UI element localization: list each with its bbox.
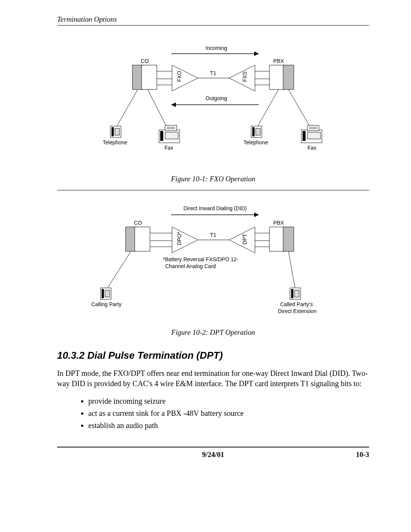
label-incoming: Incoming <box>206 45 227 51</box>
svg-rect-22 <box>165 125 177 131</box>
label-t1: T1 <box>210 70 217 76</box>
svg-marker-1 <box>254 51 259 56</box>
figure-1: Incoming CO PBX <box>57 41 369 170</box>
header-rule <box>57 25 369 26</box>
fxo-operation-diagram: Incoming CO PBX <box>84 41 342 170</box>
label-fxs: FXS <box>242 72 248 82</box>
svg-rect-53 <box>102 289 104 298</box>
svg-line-50 <box>107 251 131 289</box>
label-called2: Direct Extension <box>278 308 317 314</box>
label-telephone-right: Telephone <box>244 139 268 145</box>
svg-rect-5 <box>283 65 294 89</box>
co-switch-icon <box>132 65 157 89</box>
dpt-operation-diagram: Direct Inward Dialing (DID) CO PBX <box>84 202 342 324</box>
running-head: Termination Options <box>57 15 369 24</box>
label-dpo: DPO* <box>176 232 182 245</box>
label-pbx2: PBX <box>273 220 284 226</box>
svg-rect-32 <box>303 131 306 141</box>
label-did: Direct Inward Dialing (DID) <box>183 205 247 211</box>
svg-line-26 <box>257 89 279 128</box>
svg-rect-42 <box>283 227 294 251</box>
telephone-left-icon <box>110 126 121 137</box>
label-fax-left: Fax <box>164 145 173 151</box>
footer: 9/24/01 10-3 <box>57 451 369 459</box>
svg-rect-57 <box>295 290 299 297</box>
fax-right-icon <box>301 125 322 143</box>
list-item: establish an audio path <box>88 419 369 431</box>
label-fax-right: Fax <box>307 145 316 151</box>
pbx-switch-icon-2 <box>269 227 294 251</box>
label-fxo: FXO <box>176 71 182 82</box>
svg-line-27 <box>288 89 311 129</box>
svg-rect-18 <box>112 127 114 136</box>
svg-line-51 <box>288 251 295 289</box>
svg-rect-41 <box>269 227 285 251</box>
svg-rect-4 <box>269 65 285 89</box>
calling-party-phone-icon <box>100 288 111 299</box>
svg-marker-38 <box>254 212 259 217</box>
svg-rect-29 <box>252 127 255 136</box>
co-switch-icon-2 <box>126 227 150 251</box>
figure-1-caption: Figure 10-1: FXO Operation <box>57 175 369 183</box>
label-t1-2: T1 <box>210 232 217 238</box>
svg-rect-19 <box>115 128 119 135</box>
svg-line-15 <box>116 89 138 128</box>
figure-2: Direct Inward Dialing (DID) CO PBX <box>57 202 369 324</box>
svg-rect-33 <box>307 125 319 131</box>
label-telephone-left: Telephone <box>103 139 127 145</box>
svg-line-16 <box>148 89 168 130</box>
page: Termination Options Incoming CO PBX <box>0 0 411 474</box>
label-pbx: PBX <box>273 58 284 64</box>
label-called1: Called Party's <box>280 301 313 307</box>
body-paragraph: In DPT mode, the FXO/DPT offers near end… <box>57 368 369 389</box>
svg-rect-54 <box>105 290 110 297</box>
telephone-right-icon <box>251 126 262 137</box>
footer-left <box>57 451 118 459</box>
svg-rect-56 <box>291 289 293 298</box>
label-co: CO <box>141 58 149 64</box>
list-item: provide incoming seizure <box>88 395 369 407</box>
fax-left-icon <box>159 125 180 143</box>
label-calling: Calling Party <box>91 301 121 307</box>
list-item: act as a current sink for a PBX -48V bat… <box>88 407 369 419</box>
footer-page: 10-3 <box>308 451 369 459</box>
footer-rule <box>57 447 369 447</box>
svg-rect-21 <box>160 131 163 141</box>
bullet-list: provide incoming seizure act as a curren… <box>80 395 369 431</box>
svg-marker-14 <box>171 102 176 107</box>
svg-rect-3 <box>142 65 157 89</box>
label-dpt: DPT <box>242 234 248 244</box>
figure-divider <box>57 190 369 190</box>
called-party-phone-icon <box>290 288 301 299</box>
pbx-switch-icon <box>269 65 294 89</box>
label-outgoing: Outgoing <box>206 95 227 101</box>
section-title: 10.3.2 Dial Pulse Termination (DPT) <box>57 350 369 361</box>
label-note1: *Battery Reversal FXS/DPO 12- <box>163 256 239 262</box>
svg-rect-40 <box>135 227 150 251</box>
svg-rect-30 <box>256 128 260 135</box>
footer-date: 9/24/01 <box>118 451 308 459</box>
figure-2-caption: Figure 10-2: DPT Operation <box>57 328 369 337</box>
svg-rect-36 <box>307 132 320 139</box>
svg-rect-25 <box>165 132 178 139</box>
label-note2: Channel Analog Card <box>165 263 216 269</box>
label-co2: CO <box>134 220 142 226</box>
